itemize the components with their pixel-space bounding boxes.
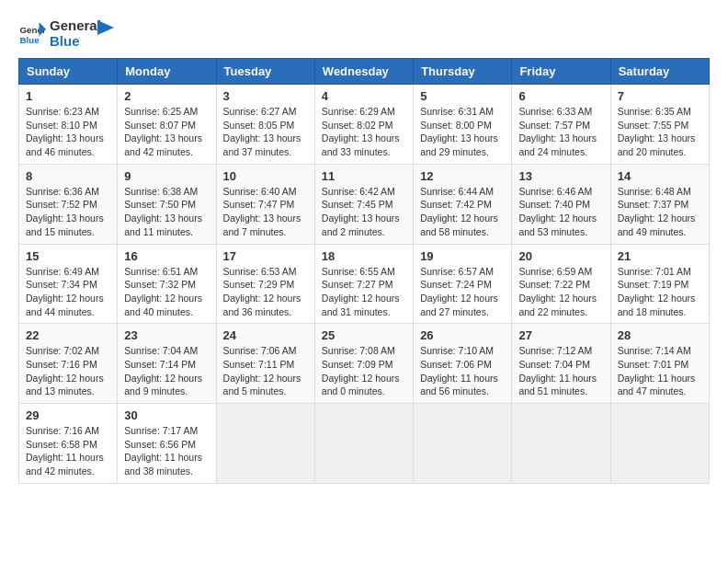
day-info: Sunrise: 6:59 AMSunset: 7:22 PMDaylight:… <box>518 265 603 319</box>
day-number: 5 <box>420 89 505 103</box>
day-info: Sunrise: 6:46 AMSunset: 7:40 PMDaylight:… <box>518 185 603 239</box>
day-number: 19 <box>420 249 505 263</box>
day-info: Sunrise: 6:31 AMSunset: 8:00 PMDaylight:… <box>420 105 505 159</box>
calendar-cell: 6Sunrise: 6:33 AMSunset: 7:57 PMDaylight… <box>512 85 610 165</box>
calendar-cell: 26Sunrise: 7:10 AMSunset: 7:06 PMDayligh… <box>414 324 512 404</box>
day-info: Sunrise: 7:02 AMSunset: 7:16 PMDaylight:… <box>26 344 110 398</box>
day-info: Sunrise: 6:23 AMSunset: 8:10 PMDaylight:… <box>26 105 110 159</box>
calendar-cell: 1Sunrise: 6:23 AMSunset: 8:10 PMDaylight… <box>19 85 118 165</box>
calendar-cell: 3Sunrise: 6:27 AMSunset: 8:05 PMDaylight… <box>216 85 314 165</box>
calendar-cell: 23Sunrise: 7:04 AMSunset: 7:14 PMDayligh… <box>118 324 216 404</box>
day-number: 16 <box>124 249 209 263</box>
calendar-cell: 2Sunrise: 6:25 AMSunset: 8:07 PMDaylight… <box>118 85 216 165</box>
calendar-cell: 13Sunrise: 6:46 AMSunset: 7:40 PMDayligh… <box>512 164 610 244</box>
header-sunday: Sunday <box>19 59 118 85</box>
calendar-cell <box>414 404 512 484</box>
calendar-cell: 4Sunrise: 6:29 AMSunset: 8:02 PMDaylight… <box>314 85 413 165</box>
day-number: 26 <box>420 328 505 342</box>
calendar-cell: 22Sunrise: 7:02 AMSunset: 7:16 PMDayligh… <box>19 324 118 404</box>
logo-icon: General Blue <box>18 20 46 48</box>
day-info: Sunrise: 6:29 AMSunset: 8:02 PMDaylight:… <box>322 105 406 159</box>
calendar-header-row: SundayMondayTuesdayWednesdayThursdayFrid… <box>19 59 710 85</box>
day-info: Sunrise: 6:40 AMSunset: 7:47 PMDaylight:… <box>223 185 308 239</box>
day-number: 11 <box>322 169 406 183</box>
day-number: 25 <box>322 328 406 342</box>
calendar-cell: 5Sunrise: 6:31 AMSunset: 8:00 PMDaylight… <box>414 85 512 165</box>
calendar-cell: 10Sunrise: 6:40 AMSunset: 7:47 PMDayligh… <box>216 164 314 244</box>
day-info: Sunrise: 7:08 AMSunset: 7:09 PMDaylight:… <box>322 344 406 398</box>
calendar-cell: 17Sunrise: 6:53 AMSunset: 7:29 PMDayligh… <box>216 244 314 324</box>
calendar-cell: 16Sunrise: 6:51 AMSunset: 7:32 PMDayligh… <box>118 244 216 324</box>
calendar-table: SundayMondayTuesdayWednesdayThursdayFrid… <box>18 58 710 484</box>
day-info: Sunrise: 7:04 AMSunset: 7:14 PMDaylight:… <box>124 344 209 398</box>
page-header: General Blue General Blue <box>18 18 710 49</box>
svg-text:Blue: Blue <box>20 34 40 44</box>
day-number: 10 <box>223 169 308 183</box>
day-info: Sunrise: 6:49 AMSunset: 7:34 PMDaylight:… <box>26 265 110 319</box>
day-info: Sunrise: 7:06 AMSunset: 7:11 PMDaylight:… <box>223 344 308 398</box>
day-number: 15 <box>26 249 110 263</box>
header-thursday: Thursday <box>414 59 512 85</box>
calendar-cell: 12Sunrise: 6:44 AMSunset: 7:42 PMDayligh… <box>414 164 512 244</box>
calendar-week-1: 1Sunrise: 6:23 AMSunset: 8:10 PMDaylight… <box>19 85 710 165</box>
day-info: Sunrise: 6:51 AMSunset: 7:32 PMDaylight:… <box>124 265 209 319</box>
day-info: Sunrise: 7:12 AMSunset: 7:04 PMDaylight:… <box>518 344 603 398</box>
calendar-week-5: 29Sunrise: 7:16 AMSunset: 6:58 PMDayligh… <box>19 404 710 484</box>
day-number: 2 <box>124 89 209 103</box>
day-number: 6 <box>518 89 603 103</box>
day-number: 7 <box>618 89 702 103</box>
day-number: 23 <box>124 328 209 342</box>
header-wednesday: Wednesday <box>314 59 413 85</box>
day-number: 29 <box>26 408 110 422</box>
day-info: Sunrise: 6:53 AMSunset: 7:29 PMDaylight:… <box>223 265 308 319</box>
day-info: Sunrise: 7:16 AMSunset: 6:58 PMDaylight:… <box>26 424 110 478</box>
calendar-cell <box>314 404 413 484</box>
logo: General Blue General Blue <box>18 18 114 49</box>
svg-marker-3 <box>97 20 114 35</box>
day-number: 12 <box>420 169 505 183</box>
day-info: Sunrise: 6:44 AMSunset: 7:42 PMDaylight:… <box>420 185 505 239</box>
day-number: 21 <box>618 249 702 263</box>
day-number: 3 <box>223 89 308 103</box>
calendar-cell: 11Sunrise: 6:42 AMSunset: 7:45 PMDayligh… <box>314 164 413 244</box>
calendar-cell: 9Sunrise: 6:38 AMSunset: 7:50 PMDaylight… <box>118 164 216 244</box>
calendar-cell: 15Sunrise: 6:49 AMSunset: 7:34 PMDayligh… <box>19 244 118 324</box>
day-info: Sunrise: 6:48 AMSunset: 7:37 PMDaylight:… <box>618 185 702 239</box>
calendar-cell: 20Sunrise: 6:59 AMSunset: 7:22 PMDayligh… <box>512 244 610 324</box>
flag-icon <box>97 20 114 42</box>
day-info: Sunrise: 6:55 AMSunset: 7:27 PMDaylight:… <box>322 265 406 319</box>
calendar-week-4: 22Sunrise: 7:02 AMSunset: 7:16 PMDayligh… <box>19 324 710 404</box>
calendar-cell: 7Sunrise: 6:35 AMSunset: 7:55 PMDaylight… <box>610 85 709 165</box>
day-number: 8 <box>26 169 110 183</box>
calendar-cell: 29Sunrise: 7:16 AMSunset: 6:58 PMDayligh… <box>19 404 118 484</box>
header-friday: Friday <box>512 59 610 85</box>
calendar-cell: 8Sunrise: 6:36 AMSunset: 7:52 PMDaylight… <box>19 164 118 244</box>
day-info: Sunrise: 7:10 AMSunset: 7:06 PMDaylight:… <box>420 344 505 398</box>
day-number: 9 <box>124 169 209 183</box>
calendar-cell: 27Sunrise: 7:12 AMSunset: 7:04 PMDayligh… <box>512 324 610 404</box>
header-saturday: Saturday <box>610 59 709 85</box>
calendar-cell: 30Sunrise: 7:17 AMSunset: 6:56 PMDayligh… <box>118 404 216 484</box>
header-tuesday: Tuesday <box>216 59 314 85</box>
calendar-cell: 21Sunrise: 7:01 AMSunset: 7:19 PMDayligh… <box>610 244 709 324</box>
day-number: 13 <box>518 169 603 183</box>
day-number: 27 <box>518 328 603 342</box>
header-monday: Monday <box>118 59 216 85</box>
day-number: 18 <box>322 249 406 263</box>
calendar-cell <box>610 404 709 484</box>
day-number: 22 <box>26 328 110 342</box>
calendar-cell <box>216 404 314 484</box>
calendar-cell: 18Sunrise: 6:55 AMSunset: 7:27 PMDayligh… <box>314 244 413 324</box>
day-info: Sunrise: 7:14 AMSunset: 7:01 PMDaylight:… <box>618 344 702 398</box>
day-number: 14 <box>618 169 702 183</box>
day-info: Sunrise: 6:35 AMSunset: 7:55 PMDaylight:… <box>618 105 702 159</box>
day-info: Sunrise: 6:33 AMSunset: 7:57 PMDaylight:… <box>518 105 603 159</box>
day-number: 4 <box>322 89 406 103</box>
calendar-cell: 28Sunrise: 7:14 AMSunset: 7:01 PMDayligh… <box>610 324 709 404</box>
day-info: Sunrise: 7:17 AMSunset: 6:56 PMDaylight:… <box>124 424 209 478</box>
day-info: Sunrise: 6:25 AMSunset: 8:07 PMDaylight:… <box>124 105 209 159</box>
day-number: 1 <box>26 89 110 103</box>
calendar-cell: 24Sunrise: 7:06 AMSunset: 7:11 PMDayligh… <box>216 324 314 404</box>
calendar-cell: 19Sunrise: 6:57 AMSunset: 7:24 PMDayligh… <box>414 244 512 324</box>
day-info: Sunrise: 6:42 AMSunset: 7:45 PMDaylight:… <box>322 185 406 239</box>
